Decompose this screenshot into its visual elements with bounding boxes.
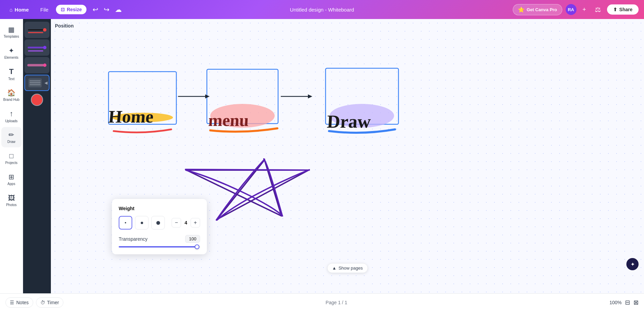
home-button[interactable]: ⌂ Home xyxy=(5,5,33,15)
svg-point-19 xyxy=(330,104,394,128)
size-medium-dot xyxy=(141,222,143,224)
draw-label: Draw xyxy=(7,140,15,144)
svg-rect-12 xyxy=(109,72,176,124)
zoom-level[interactable]: 100% xyxy=(609,300,622,305)
timer-button[interactable]: ⏱ Timer xyxy=(36,297,63,308)
svg-text:Draw: Draw xyxy=(327,111,371,132)
notes-label: Notes xyxy=(16,300,29,305)
color-picker[interactable] xyxy=(24,92,50,107)
canva-pro-label: Get Canva Pro xyxy=(527,7,557,12)
share-button[interactable]: ⬆ Share xyxy=(607,4,639,15)
svg-marker-22 xyxy=(205,94,210,98)
redo-button[interactable]: ↪ xyxy=(102,3,112,16)
transparency-thumb[interactable] xyxy=(195,244,199,249)
main-area: ▦ Templates ✦ Elements T Text 🏠 Brand Hu… xyxy=(0,19,644,293)
page-info: Page 1 / 1 xyxy=(326,300,347,305)
pen-black-tool[interactable] xyxy=(24,22,50,38)
share-icon: ⬆ xyxy=(613,7,617,12)
weight-title: Weight xyxy=(119,206,200,211)
brand-hub-label: Brand Hub xyxy=(3,98,20,102)
avatar[interactable]: RA xyxy=(566,4,577,15)
notes-button[interactable]: ☰ Notes xyxy=(5,297,33,308)
resize-label: Resize xyxy=(67,7,82,12)
draw-tool-panel: ◀ xyxy=(23,19,51,293)
weight-increase-button[interactable]: + xyxy=(191,218,200,227)
sidebar-item-draw[interactable]: ✏ Draw xyxy=(1,127,22,147)
resize-icon: ⊡ xyxy=(61,7,65,12)
show-pages-label: Show pages xyxy=(338,266,363,271)
canvas-area[interactable]: Position Home menu Dr xyxy=(51,19,644,293)
get-canva-pro-button[interactable]: ⭐ Get Canva Pro xyxy=(513,4,562,15)
transparency-value[interactable]: 100 xyxy=(185,235,200,243)
transparency-row: Transparency 100 xyxy=(119,235,200,243)
assist-icon[interactable]: ✦ xyxy=(626,258,639,270)
svg-point-13 xyxy=(112,113,173,122)
document-title: Untitled design - Whiteboard xyxy=(290,7,354,13)
hide-panel-icon[interactable]: ◀ xyxy=(44,80,47,85)
settings-button[interactable]: ⚖ xyxy=(592,4,604,15)
svg-rect-15 xyxy=(207,69,278,124)
weight-value: 4 xyxy=(184,220,187,225)
grid-view-button[interactable]: ⊟ xyxy=(625,299,630,306)
fit-view-button[interactable]: ⊠ xyxy=(633,299,639,306)
svg-point-7 xyxy=(43,63,46,67)
photos-icon: 🖼 xyxy=(8,194,15,202)
transparency-slider[interactable] xyxy=(119,246,200,248)
add-collaborator-button[interactable]: + xyxy=(580,5,589,15)
size-medium-button[interactable] xyxy=(135,216,149,230)
sidebar-item-uploads[interactable]: ↑ Uploads xyxy=(1,106,22,126)
bottombar-left: ☰ Notes ⏱ Timer xyxy=(5,297,63,308)
bottombar-right: 100% ⊟ ⊠ xyxy=(609,299,639,306)
size-small-button[interactable] xyxy=(119,216,132,230)
elements-icon: ✦ xyxy=(8,47,14,55)
draw-icon: ✏ xyxy=(8,131,14,139)
pen-purple-tool[interactable] xyxy=(24,39,50,56)
timer-label: Timer xyxy=(47,300,59,305)
svg-point-2 xyxy=(43,28,46,32)
sidebar-item-elements[interactable]: ✦ Elements xyxy=(1,43,22,63)
svg-text:Home: Home xyxy=(108,107,154,126)
notes-icon: ☰ xyxy=(10,300,14,305)
text-label: Text xyxy=(8,77,14,81)
uploads-icon: ↑ xyxy=(9,109,13,118)
transparency-label: Transparency xyxy=(119,236,148,242)
sidebar-item-apps[interactable]: ⊞ Apps xyxy=(1,169,22,189)
templates-label: Templates xyxy=(4,35,19,38)
svg-rect-18 xyxy=(326,68,398,124)
file-menu[interactable]: File xyxy=(37,5,52,15)
svg-point-5 xyxy=(43,46,46,49)
pen-pink-tool[interactable] xyxy=(24,57,50,73)
weight-decrease-button[interactable]: − xyxy=(172,218,181,227)
sidebar-item-text[interactable]: T Text xyxy=(1,64,22,84)
sidebar-item-brand-hub[interactable]: 🏠 Brand Hub xyxy=(1,85,22,105)
resize-button[interactable]: ⊡ Resize xyxy=(56,5,86,14)
position-label: Position xyxy=(55,23,74,29)
size-small-dot xyxy=(125,222,126,223)
apps-label: Apps xyxy=(7,182,15,186)
text-icon: T xyxy=(9,67,14,76)
projects-icon: □ xyxy=(9,152,13,160)
sidebar-item-projects[interactable]: □ Projects xyxy=(1,148,22,168)
ai-assist-button[interactable]: ✦ xyxy=(626,258,639,270)
templates-icon: ▦ xyxy=(8,25,15,34)
topbar: ⌂ Home File ⊡ Resize ↩ ↪ ☁ Untitled desi… xyxy=(0,0,644,19)
weight-popup: Weight − 4 + Transparency 10 xyxy=(112,199,207,254)
svg-text:menu: menu xyxy=(208,111,249,130)
svg-marker-24 xyxy=(308,94,312,98)
photos-label: Photos xyxy=(6,203,17,207)
share-label: Share xyxy=(619,7,632,12)
current-color[interactable] xyxy=(31,94,43,106)
stroke-tool[interactable]: ◀ xyxy=(24,75,50,91)
cloud-save-button[interactable]: ☁ xyxy=(113,3,124,16)
svg-point-16 xyxy=(210,104,275,128)
sidebar-item-photos[interactable]: 🖼 Photos xyxy=(1,190,22,211)
elements-label: Elements xyxy=(4,56,19,59)
weight-sizes: − 4 + xyxy=(119,216,200,230)
undo-button[interactable]: ↩ xyxy=(91,3,100,16)
apps-icon: ⊞ xyxy=(8,173,14,181)
file-label: File xyxy=(40,7,48,13)
sidebar-item-templates[interactable]: ▦ Templates xyxy=(1,22,22,42)
brand-hub-icon: 🏠 xyxy=(7,89,16,97)
size-large-button[interactable] xyxy=(151,216,165,230)
show-pages-button[interactable]: ▲ Show pages xyxy=(327,263,368,273)
